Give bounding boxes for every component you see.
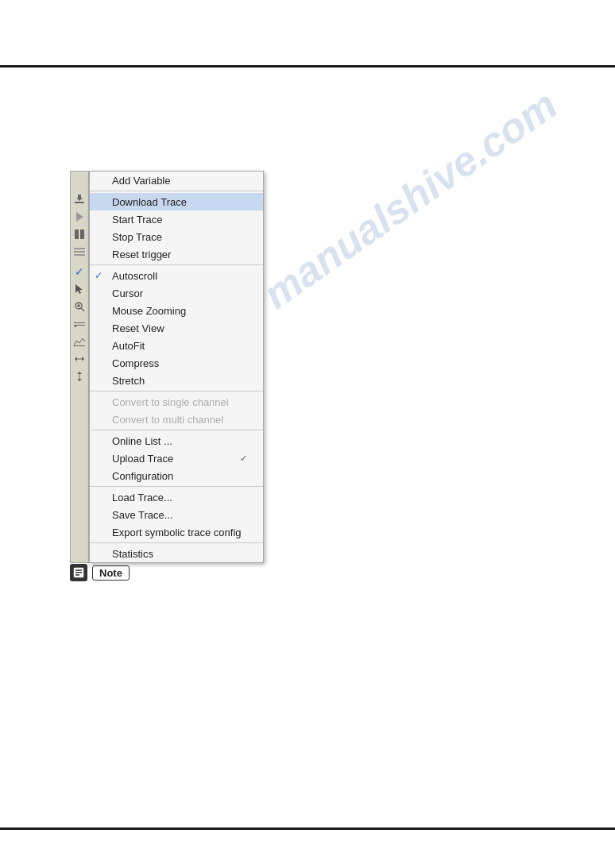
- separator-top: [90, 191, 263, 191]
- svg-line-20: [83, 338, 85, 341]
- upload-shortcut: ✓: [240, 453, 247, 464]
- menu-item-reset-trigger[interactable]: Reset trigger: [90, 245, 263, 263]
- separator-5: [90, 542, 263, 543]
- svg-rect-13: [74, 322, 85, 323]
- svg-marker-2: [76, 212, 83, 222]
- context-menu-container: ✓: [70, 171, 264, 563]
- menu-item-add-variable[interactable]: Add Variable: [90, 172, 263, 189]
- menu-item-reset-view[interactable]: Reset View: [90, 319, 263, 337]
- svg-marker-22: [75, 357, 77, 361]
- icon-slot-blank1: [71, 173, 88, 191]
- svg-marker-8: [75, 284, 83, 294]
- svg-marker-25: [77, 372, 82, 374]
- icon-slot-cursor: [71, 280, 88, 298]
- menu-item-convert-single[interactable]: Convert to single channel: [90, 393, 263, 411]
- menu-item-mouse-zooming[interactable]: Mouse Zooming: [90, 302, 263, 319]
- watermark: manualshive.com: [253, 79, 566, 318]
- icon-slot-resetview: [71, 315, 88, 333]
- icon-slot-compress: [71, 350, 88, 368]
- menu-item-configuration[interactable]: Configuration: [90, 467, 263, 484]
- icon-slot-check: ✓: [71, 263, 88, 280]
- menu-item-statistics[interactable]: Statistics: [90, 545, 263, 562]
- menu-item-stretch[interactable]: Stretch: [90, 372, 263, 389]
- menu-item-convert-multi[interactable]: Convert to multi channel: [90, 411, 263, 428]
- note-icon: [70, 564, 87, 581]
- check-icon: ✓: [95, 270, 102, 281]
- separator-3: [90, 430, 263, 430]
- svg-rect-4: [80, 230, 84, 239]
- menu-item-save-trace[interactable]: Save Trace...: [90, 506, 263, 523]
- menu-item-start-trace[interactable]: Start Trace: [90, 210, 263, 228]
- svg-rect-6: [74, 251, 85, 253]
- svg-marker-26: [77, 379, 82, 381]
- svg-rect-5: [74, 248, 85, 249]
- svg-marker-1: [76, 195, 83, 201]
- svg-rect-0: [75, 202, 84, 203]
- menu-item-online-list[interactable]: Online List ...: [90, 432, 263, 449]
- note-box: Note: [70, 564, 130, 581]
- svg-line-18: [76, 341, 79, 343]
- icon-slot-stretch: [71, 368, 88, 385]
- icon-slot-reset: [71, 243, 88, 260]
- menu-item-cursor[interactable]: Cursor: [90, 284, 263, 302]
- icon-strip: ✓: [70, 171, 89, 563]
- icon-slot-download: [71, 191, 88, 208]
- top-border: [0, 65, 615, 68]
- menu-item-autofit[interactable]: AutoFit: [90, 337, 263, 354]
- svg-line-17: [74, 341, 76, 345]
- svg-marker-23: [82, 357, 84, 361]
- svg-line-10: [81, 308, 84, 311]
- separator-2: [90, 391, 263, 392]
- icon-slot-autofit: [71, 333, 88, 350]
- svg-line-19: [79, 338, 83, 343]
- context-menu: Add Variable Download Trace Start Trace …: [89, 171, 264, 563]
- separator-4: [90, 486, 263, 487]
- svg-rect-14: [74, 325, 85, 326]
- menu-item-load-trace[interactable]: Load Trace...: [90, 488, 263, 506]
- icon-slot-start: [71, 208, 88, 226]
- menu-item-stop-trace[interactable]: Stop Trace: [90, 228, 263, 245]
- menu-item-autoscroll[interactable]: ✓ Autoscroll: [90, 267, 263, 284]
- icon-slot-stop: [71, 226, 88, 243]
- menu-item-download-trace[interactable]: Download Trace: [90, 193, 263, 210]
- svg-rect-7: [74, 254, 85, 256]
- icon-slot-zoom: [71, 298, 88, 315]
- menu-item-export-symbolic[interactable]: Export symbolic trace config: [90, 523, 263, 541]
- note-label: Note: [92, 565, 130, 581]
- svg-rect-16: [74, 345, 85, 346]
- bottom-border: [0, 827, 615, 830]
- menu-item-compress[interactable]: Compress: [90, 354, 263, 372]
- svg-rect-3: [75, 230, 79, 239]
- separator-1: [90, 264, 263, 265]
- menu-item-upload-trace[interactable]: Upload Trace ✓: [90, 449, 263, 467]
